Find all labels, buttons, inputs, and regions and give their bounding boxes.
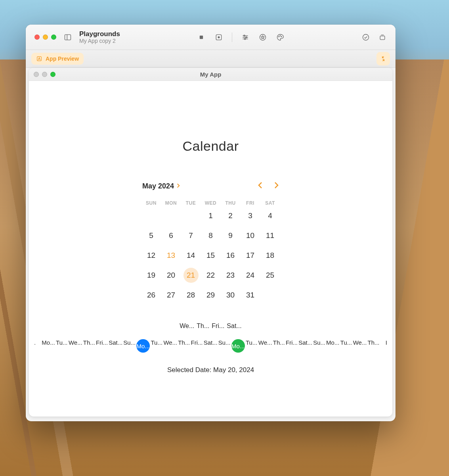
strip-main-item[interactable]: Sat... [298,339,312,353]
strip-main-item[interactable]: Tu... [246,339,258,353]
inner-titlebar: My App [29,68,392,81]
calendar-day[interactable]: 25 [260,265,280,285]
strip-main-item[interactable]: . [29,339,41,353]
strip-main-item[interactable]: We... [258,339,272,353]
calendar-day[interactable]: 22 [201,265,221,285]
strip-main-item[interactable]: Tu... [151,339,162,353]
app-preview-badge[interactable]: App Preview [31,53,84,65]
prev-month-button[interactable] [258,182,263,191]
strip-main-item[interactable]: Th... [273,339,285,353]
strip-top-item: Th... [197,322,209,330]
calendar-day[interactable]: 17 [241,246,260,265]
weekday-label: FRI [241,200,260,206]
calendar-day[interactable]: 23 [221,265,241,285]
calendar-day[interactable]: 21 [181,265,201,285]
weekday-strip-main[interactable]: .Mo...Tu...We...Th...Fri...Sat...Su...Mo… [29,339,392,353]
calendar-day[interactable]: 26 [141,285,161,305]
calendar-day[interactable]: 31 [241,285,260,305]
titlebar: Playgrounds My App copy 2 [26,25,396,50]
toolbar-right [361,33,387,41]
calendar-cell-empty [141,206,161,226]
strip-main-item[interactable]: Tu... [56,339,68,353]
calendar-day[interactable]: 14 [181,246,201,265]
stack-icon[interactable] [378,33,387,41]
app-preview-label: App Preview [46,56,79,62]
calendar-day[interactable]: 12 [141,246,161,265]
strip-main-item[interactable]: Sat... [109,339,122,353]
calendar-day[interactable]: 7 [181,226,201,246]
calendar-day[interactable]: 9 [221,226,241,246]
strip-main-item[interactable]: Th... [178,339,190,353]
inner-window-title: My App [29,71,392,78]
strip-main-item[interactable]: Su... [218,339,231,353]
calendar-day[interactable]: 28 [181,285,201,305]
strip-main-item[interactable]: Su... [123,339,136,353]
calendar-day[interactable]: 3 [241,206,260,226]
weekday-label: WED [201,200,221,206]
record-icon[interactable] [214,33,223,41]
strip-main-item[interactable]: Fri... [286,339,298,353]
minimize-button[interactable] [43,35,48,40]
calendar-cell-empty [161,206,181,226]
calendar-day[interactable]: 13 [161,246,181,265]
calendar-day[interactable]: 24 [241,265,260,285]
strip-top-item: Sat... [227,322,241,330]
calendar-day[interactable]: 4 [260,206,280,226]
strip-main-item[interactable]: Mo... [231,339,245,353]
calendar-controls: May 2024 [142,182,279,191]
strip-main-item[interactable]: Tu... [340,339,352,353]
calendar-day[interactable]: 29 [201,285,221,305]
calendar-day[interactable]: 15 [201,246,221,265]
calendar-day[interactable]: 27 [161,285,181,305]
strip-main-item[interactable]: I [380,339,392,353]
check-circle-icon[interactable] [361,33,370,41]
month-chevron-icon [176,182,180,190]
strip-main-item[interactable]: Th... [83,339,95,353]
calendar-day[interactable]: 30 [221,285,241,305]
svg-rect-0 [65,35,71,40]
calendar-day[interactable]: 11 [260,226,280,246]
calendar-day[interactable]: 2 [221,206,241,226]
calendar-day[interactable]: 6 [161,226,181,246]
close-button[interactable] [34,35,40,40]
collapse-preview-button[interactable] [376,52,390,65]
strip-main-item[interactable]: Th... [367,339,379,353]
weekday-label: SUN [141,200,161,206]
palette-icon[interactable] [276,33,285,41]
strip-main-item[interactable]: We... [353,339,367,353]
next-month-button[interactable] [273,182,279,191]
calendar-day[interactable]: 5 [141,226,161,246]
zoom-button[interactable] [51,35,56,40]
app-preview-window: My App Calendar May 2024 [29,68,392,416]
sliders-icon[interactable] [241,33,250,41]
strip-main-item[interactable]: Mo... [326,339,339,353]
strip-main-item[interactable]: Mo... [42,339,55,353]
month-picker[interactable]: May 2024 [142,182,180,190]
calendar-cell-empty [181,206,201,226]
toolbar-divider [232,33,232,42]
month-label: May 2024 [142,182,174,190]
strip-main-item[interactable]: Fri... [96,339,108,353]
svg-rect-2 [200,35,203,38]
strip-main-item[interactable]: Sat... [204,339,218,353]
calendar-day[interactable]: 16 [221,246,241,265]
svg-point-15 [363,34,369,40]
subtoolbar: App Preview [26,50,396,68]
calendar-day[interactable]: 8 [201,226,221,246]
svg-rect-16 [380,36,385,39]
calendar-day[interactable]: 18 [260,246,280,265]
svg-point-14 [281,36,282,37]
strip-main-item[interactable]: Fri... [191,339,203,353]
calendar-day[interactable]: 10 [241,226,260,246]
calendar-day[interactable]: 19 [141,265,161,285]
calendar-day[interactable]: 20 [161,265,181,285]
calendar-day[interactable]: 1 [201,206,221,226]
strip-main-item[interactable]: Su... [313,339,325,353]
star-circle-icon[interactable] [258,33,267,41]
sidebar-toggle-icon[interactable] [63,33,72,41]
strip-main-item[interactable]: Mo... [136,339,150,353]
strip-main-item[interactable]: We... [69,339,82,353]
playgrounds-window: Playgrounds My App copy 2 App Preview [26,25,396,421]
stop-icon[interactable] [197,33,206,41]
strip-main-item[interactable]: We... [163,339,177,353]
